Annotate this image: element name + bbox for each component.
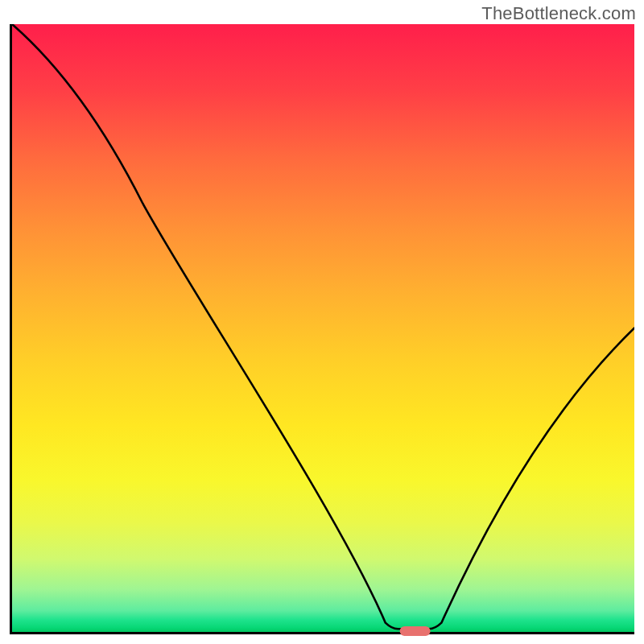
optimum-marker: [399, 626, 431, 636]
heat-gradient: [12, 24, 634, 632]
plot-area: [10, 24, 634, 634]
watermark-text: TheBottleneck.com: [481, 3, 636, 24]
chart-container: TheBottleneck.com: [0, 0, 644, 644]
